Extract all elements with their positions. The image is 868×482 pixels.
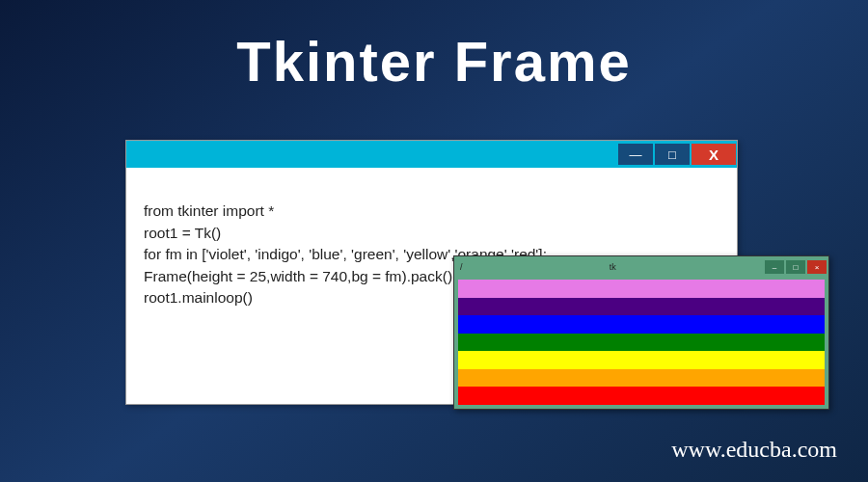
stripe-green	[458, 334, 825, 352]
code-line: root1 = Tk()	[144, 225, 221, 241]
close-button[interactable]: X	[692, 144, 736, 165]
stripe-yellow	[458, 351, 825, 369]
code-window-titlebar: — □ X	[126, 141, 737, 168]
stripe-violet	[458, 280, 825, 298]
output-titlebar: / tk – □ ×	[454, 256, 828, 278]
code-line: root1.mainloop()	[144, 289, 253, 306]
code-line: from tkinter import *	[144, 202, 274, 219]
output-close-button[interactable]: ×	[807, 260, 827, 274]
stripe-indigo	[458, 298, 825, 316]
output-maximize-button[interactable]: □	[786, 260, 805, 274]
maximize-button[interactable]: □	[655, 144, 690, 165]
page-title: Tkinter Frame	[0, 0, 868, 94]
output-window: / tk – □ ×	[453, 255, 829, 410]
minimize-button[interactable]: —	[618, 144, 653, 165]
website-url: www.educba.com	[671, 437, 837, 463]
output-minimize-button[interactable]: –	[765, 260, 784, 274]
color-stripes-container	[454, 278, 828, 409]
output-title-center: tk	[463, 262, 763, 272]
code-line: Frame(height = 25,width = 740,bg = fm).p…	[144, 268, 452, 284]
stripe-red	[458, 387, 825, 405]
stripe-blue	[458, 315, 825, 334]
stripe-orange	[458, 369, 825, 388]
output-window-buttons: – □ ×	[763, 260, 827, 274]
